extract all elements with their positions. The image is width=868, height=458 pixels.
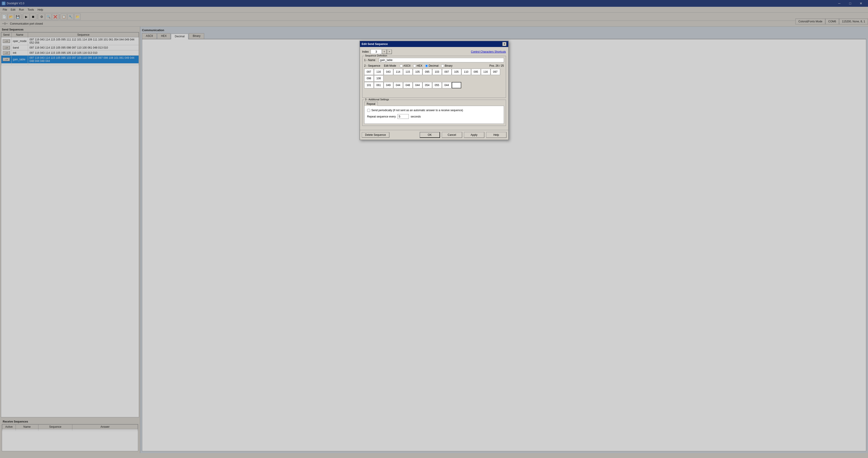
seq-label: 2 - Sequence [364,64,380,67]
seq-cell-r1-14[interactable]: 098 [364,75,374,81]
name-row: 1 - Name [364,58,504,62]
repeat-row: Repeat sequence every seconds [367,114,501,119]
seq-cell-r2-5[interactable]: 044 [413,82,422,88]
seq-cell-r1-10[interactable]: 110 [462,69,471,75]
radio-ascii-input[interactable] [400,64,403,67]
seq-cell-r1-15[interactable]: 108 [374,75,383,81]
sequence-definition-group: Sequence Definition 1 - Name 2 - Sequenc… [362,56,506,98]
sequence-grid: 0971160431141151050951030971051100951160… [364,69,504,96]
seq-cell-r1-0[interactable]: 097 [364,69,374,75]
seq-cell-r1-8[interactable]: 097 [442,69,452,75]
index-row: Index < > Control Characters Shortcuts [362,49,506,54]
delete-sequence-button[interactable]: Delete Sequence [362,132,389,138]
settings-content: Send periodically (if not sent as an aut… [364,106,504,124]
radio-decimal[interactable]: Decimal [425,64,438,67]
seq-cell-r2-4[interactable]: 048 [403,82,413,88]
seq-def-legend: Sequence Definition [364,54,388,57]
repeat-seconds-input[interactable] [398,114,409,119]
radio-binary-input[interactable] [441,64,444,67]
seq-grid-row-1: 0971160431141151050951030971051100951160… [364,69,504,81]
cancel-button[interactable]: Cancel [442,132,462,138]
radio-binary[interactable]: Binary [441,64,453,67]
radio-decimal-input[interactable] [425,64,428,67]
seq-cell-r2-8[interactable]: 044 [442,82,452,88]
radio-hex[interactable]: HEX [413,64,422,67]
seq-cell-r1-9[interactable]: 105 [452,69,461,75]
seq-cell-r1-6[interactable]: 095 [423,69,432,75]
radio-binary-label: Binary [445,64,453,67]
name-label: 1 - Name [364,59,375,62]
apply-button[interactable]: Apply [464,132,484,138]
dialog-buttons: Delete Sequence OK Cancel Apply Help [360,130,508,140]
dialog-body: Index < > Control Characters Shortcuts S… [360,47,508,130]
dialog-title: Edit Send Sequence [362,42,388,46]
add-settings-legend: 3 - Additional Settings [364,98,390,101]
index-input[interactable] [371,49,382,54]
radio-ascii[interactable]: ASCII [400,64,410,67]
edit-mode-label: Edit Mode [384,64,396,67]
seq-cell-r2-1[interactable]: 061 [374,82,383,88]
sequence-edit-row: 2 - Sequence Edit Mode ASCII HEX [364,64,504,67]
edit-send-sequence-dialog: Edit Send Sequence ✕ Index < > Control C… [360,41,509,140]
seconds-label: seconds [411,115,421,118]
seq-cell-r1-4[interactable]: 115 [403,69,413,75]
help-button[interactable]: Help [486,132,506,138]
seq-cell-r2-0[interactable]: 101 [364,82,374,88]
repeat-tab[interactable]: Repeat [364,102,378,106]
seq-cell-r1-3[interactable]: 114 [394,69,403,75]
seq-cell-r1-2[interactable]: 043 [384,69,393,75]
dialog-close-button[interactable]: ✕ [502,42,506,46]
seq-grid-row-2: 101061049044048044054055044 [364,82,504,88]
sequence-name-input[interactable] [379,58,504,62]
index-prev-button[interactable]: < [382,50,387,54]
seq-cell-r1-11[interactable]: 095 [471,69,481,75]
radio-hex-input[interactable] [413,64,416,67]
seq-cell-r1-12[interactable]: 116 [481,69,490,75]
periodically-row: Send periodically (if not sent as an aut… [367,109,501,112]
ok-button[interactable]: OK [420,132,440,138]
edit-mode-radio-group: ASCII HEX Decimal Binary [400,64,453,67]
seq-cell-r2-7[interactable]: 055 [432,82,442,88]
position-indicator: Pos. 26 / 25 [489,64,504,67]
seq-cell-r2-6[interactable]: 054 [423,82,432,88]
control-chars-link[interactable]: Control Characters Shortcuts [471,50,506,53]
seq-cell-r2-2[interactable]: 049 [384,82,393,88]
radio-hex-label: HEX [417,64,422,67]
index-label: Index [362,50,369,53]
send-periodically-checkbox[interactable] [367,109,370,112]
seq-cell-r1-7[interactable]: 103 [432,69,442,75]
seq-cell-r1-13[interactable]: 097 [491,69,500,75]
radio-decimal-label: Decimal [429,64,438,67]
modal-overlay: Edit Send Sequence ✕ Index < > Control C… [0,0,868,458]
seq-cell-r1-1[interactable]: 116 [374,69,383,75]
seq-cell-r2-3[interactable]: 044 [394,82,403,88]
repeat-every-label: Repeat sequence every [367,115,396,118]
send-periodically-label: Send periodically (if not sent as an aut… [371,109,463,112]
index-next-button[interactable]: > [387,50,392,54]
dialog-titlebar: Edit Send Sequence ✕ [360,41,508,47]
additional-settings-group: 3 - Additional Settings Repeat Send peri… [362,100,506,126]
dialog-action-buttons: OK Cancel Apply Help [420,132,506,138]
radio-ascii-label: ASCII [403,64,410,67]
seq-cell-r1-5[interactable]: 105 [413,69,422,75]
seq-cell-cursor[interactable] [452,82,461,88]
